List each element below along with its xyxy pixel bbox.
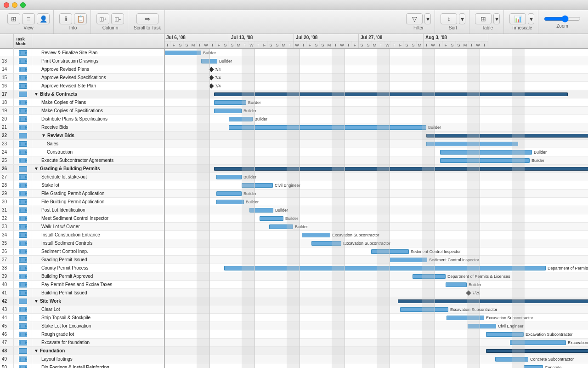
gantt-task-bar[interactable] [216, 175, 242, 179]
info-doc-btn[interactable]: 📋 [74, 13, 87, 24]
gantt-task-bar[interactable] [440, 150, 532, 155]
gantt-summary-bar[interactable] [426, 134, 588, 138]
task-row[interactable]: 14Approve Revised Plans [0, 65, 164, 74]
gantt-task-bar[interactable] [302, 233, 330, 237]
task-row[interactable]: 23Sales [0, 140, 164, 148]
gantt-bar-label: Department of Permits & Licenses [548, 266, 588, 270]
timescale-dropdown-btn[interactable]: ▾ [528, 13, 534, 24]
task-row[interactable]: 18Make Copies of Plans [0, 98, 164, 107]
task-row[interactable]: 47Excavate for foundation [0, 339, 164, 347]
col-add-btn[interactable]: ◫+ [96, 13, 109, 24]
gantt-task-bar[interactable] [214, 109, 242, 113]
task-row[interactable]: 31Post Lot Identification [0, 206, 164, 214]
task-row[interactable]: 41Building Permit Issued [0, 289, 164, 297]
task-row[interactable]: Review & Finalize Site Plan [0, 49, 164, 57]
gantt-bar-label: Builder [246, 200, 259, 204]
close-btn[interactable] [4, 2, 9, 8]
info-label: Info [69, 25, 77, 30]
filter-btn[interactable]: ▽ [406, 13, 423, 24]
gantt-task-bar[interactable] [260, 216, 283, 221]
scroll-task-btn[interactable]: ⇒ [136, 13, 158, 24]
gantt-task-bar[interactable] [249, 208, 273, 213]
task-row[interactable]: 43Clear Lot [0, 305, 164, 314]
col-remove-btn[interactable]: ◫- [111, 13, 124, 24]
table-btn[interactable]: ⊞ [475, 13, 492, 24]
gantt-task-bar[interactable] [447, 316, 484, 320]
task-row[interactable]: 28Stake lot [0, 181, 164, 190]
task-row[interactable]: 46Rough grade lot [0, 330, 164, 339]
gantt-task-bar[interactable] [229, 117, 253, 121]
timescale-btn[interactable]: 📊 [509, 13, 526, 24]
gantt-task-bar[interactable] [269, 224, 293, 229]
task-row[interactable]: 39Building Permit Approved [0, 272, 164, 281]
zoom-slider[interactable] [544, 15, 581, 23]
info-btn[interactable]: ℹ [59, 13, 72, 24]
gantt-summary-bar[interactable] [486, 349, 588, 353]
gantt-task-bar[interactable] [495, 357, 528, 362]
gantt-bar-label: Excavation Subcontractor [332, 233, 379, 237]
gantt-task-bar[interactable] [413, 274, 446, 279]
task-row[interactable]: 17▼Bids & Contracts [0, 90, 164, 98]
task-row[interactable]: 42▼Site Work [0, 297, 164, 305]
window-controls[interactable] [4, 2, 26, 8]
task-row[interactable]: 26▼Grading & Building Permits [0, 165, 164, 173]
gantt-task-bar[interactable] [214, 100, 246, 105]
minimize-btn[interactable] [12, 2, 17, 8]
gantt-task-bar[interactable] [224, 266, 546, 270]
gantt-task-bar[interactable] [510, 340, 566, 345]
task-row[interactable]: 37Grading Permit Issued [0, 256, 164, 264]
gantt-task-bar[interactable] [164, 51, 201, 55]
view-grid-btn[interactable]: ⊞ [7, 13, 20, 24]
view-person-btn[interactable]: 👤 [37, 13, 50, 24]
task-row[interactable]: 24Construction [0, 148, 164, 156]
task-row[interactable]: 44Strip Topsoil & Stockpile [0, 314, 164, 322]
task-row[interactable]: 32Meet Sediment Control Inspector [0, 214, 164, 223]
task-row[interactable]: 19Make Copies of Specifications [0, 107, 164, 115]
task-row[interactable]: 25Execute Subcontractor Agreements [0, 156, 164, 165]
gantt-task-bar[interactable] [440, 158, 530, 163]
gantt-task-bar[interactable] [390, 258, 427, 262]
task-row[interactable]: 48▼Foundation [0, 347, 164, 355]
gantt-task-bar[interactable] [201, 59, 217, 63]
task-row[interactable]: 27Schedule lot stake-out [0, 173, 164, 181]
table-dropdown-btn[interactable]: ▾ [493, 13, 500, 24]
gantt-task-bar[interactable] [524, 365, 543, 368]
task-row[interactable]: 22▼Review Bids [0, 132, 164, 140]
gantt-task-bar[interactable] [229, 125, 426, 130]
gantt-task-bar[interactable] [486, 332, 524, 337]
task-row[interactable]: 13Print Construction Drawings [0, 57, 164, 65]
gantt-task-bar[interactable] [468, 324, 496, 328]
task-row[interactable]: 21Receive Bids [0, 123, 164, 132]
gantt-task-bar[interactable] [216, 200, 244, 204]
gantt-task-bar[interactable] [242, 183, 273, 188]
task-row[interactable]: 38County Permit Process [0, 264, 164, 272]
task-row[interactable]: 49Layout footings [0, 355, 164, 363]
view-list-btn[interactable]: ≡ [22, 13, 35, 24]
task-row[interactable]: 20Distribute Plans & Specifications [0, 115, 164, 123]
gantt-task-bar[interactable] [446, 282, 467, 287]
task-row[interactable]: 33Walk Lot w/ Owner [0, 223, 164, 231]
gantt-task-bar[interactable] [426, 142, 518, 146]
task-row[interactable]: 29File Grading Permit Application [0, 190, 164, 198]
gantt-task-bar[interactable] [371, 249, 409, 254]
task-row[interactable]: 34Install Construction Entrance [0, 231, 164, 239]
task-row[interactable]: 30File Building Permit Application [0, 198, 164, 206]
sort-dropdown-btn[interactable]: ▾ [459, 13, 465, 24]
task-row[interactable]: 16Approve Revised Site Plan [0, 82, 164, 90]
sort-btn[interactable]: ↕ [441, 13, 457, 24]
task-row[interactable]: 50Dig Footings & Install Reinforcing [0, 363, 164, 368]
gantt-summary-bar[interactable] [398, 299, 588, 303]
maximize-btn[interactable] [20, 2, 26, 8]
filter-dropdown-btn[interactable]: ▾ [424, 13, 431, 24]
task-mode-cell [14, 132, 32, 139]
task-row[interactable]: 15Approve Revised Specifications [0, 74, 164, 82]
gantt-task-bar[interactable] [311, 241, 341, 246]
gantt-task-bar[interactable] [400, 307, 448, 312]
gantt-summary-bar[interactable] [214, 167, 588, 171]
gantt-summary-bar[interactable] [214, 92, 568, 96]
task-row[interactable]: 40Pay Permit Fees and Excise Taxes [0, 281, 164, 289]
task-row[interactable]: 35Install Sediment Controls [0, 239, 164, 247]
task-row[interactable]: 36Sediment Control Insp. [0, 247, 164, 256]
task-row[interactable]: 45Stake Lot for Excavation [0, 322, 164, 330]
gantt-task-bar[interactable] [216, 191, 242, 196]
